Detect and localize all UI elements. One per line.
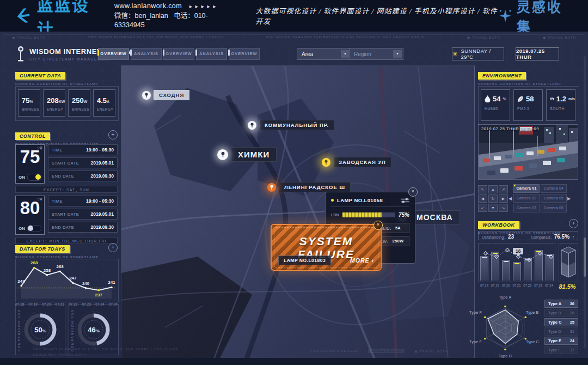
stat-label: BRINESS xyxy=(72,107,90,111)
end-date-row[interactable]: END DATE2019.09.30 xyxy=(48,171,118,181)
line-chart-value: 241 xyxy=(108,280,115,285)
type-row-b[interactable]: Type B28 xyxy=(544,309,578,317)
row-label: TIME xyxy=(52,199,63,204)
start-date-row[interactable]: START DATE2019.05.01 xyxy=(48,157,118,168)
decor-bottom-mid: TWO ROADS DIVERGEDSTREET LIGHT▣ TRAVEL B… xyxy=(310,349,448,353)
pan-down-button[interactable]: ▼ xyxy=(488,204,498,212)
pan-right-button[interactable]: ▶ xyxy=(499,194,508,203)
camera-list: Camera 01 Camera 04 Camera 02 Camera 05 … xyxy=(513,184,567,212)
brightness-level-box: 💡︎⚲ 80 ON xyxy=(15,196,45,235)
sliders-icon[interactable] xyxy=(401,198,409,203)
camera-item-05[interactable]: Camera 05 xyxy=(541,194,567,203)
tab-analysis-1[interactable]: ANALYSIS xyxy=(131,48,162,60)
vertical-scrollbar[interactable] xyxy=(584,56,586,349)
panel-badge: CURRENT DATA xyxy=(15,72,65,80)
camera-item-06[interactable]: Camera 06 xyxy=(541,204,567,212)
website-link[interactable]: www.lanlanwork.com xyxy=(114,2,182,10)
close-icon[interactable]: × xyxy=(408,187,418,197)
type-row-a[interactable]: Type A36 xyxy=(544,300,578,308)
line-chart: 243268258263247240237241 xyxy=(15,259,119,302)
radar-axis-label: Type F xyxy=(469,311,482,314)
radar-axis-label: Type C xyxy=(526,340,539,344)
power-toggle[interactable] xyxy=(27,225,41,232)
map-pin-zavodskaya[interactable]: ЗАВОДСКАЯ УЛ xyxy=(322,157,391,167)
row-label: END DATE xyxy=(52,174,74,179)
brightness-progress-bar[interactable] xyxy=(342,212,395,217)
schedule-block-2: 💡︎⚲ 80 ON TIME19:00 - 05:30 START DATE20… xyxy=(15,196,118,235)
type-row-d[interactable]: Type D31 xyxy=(544,327,578,336)
inspiration-collect[interactable]: 灵感收集 xyxy=(498,0,574,35)
brightness-level-box: 💡︎⚲ 75 ON xyxy=(15,144,45,184)
up-arrow-icon: ↑ xyxy=(572,234,575,240)
lamp-pin-icon xyxy=(248,121,256,130)
camera-list-next-icon[interactable]: ▶ xyxy=(567,196,571,201)
map-pin-leningradskoe[interactable]: ЛЕНИНГРАДСКОЕ Ш xyxy=(267,182,351,192)
radar-axis-label: Type D xyxy=(499,354,512,358)
workbook-panel: WORKBOOK › RUNNING CONDITION OF STREETLA… xyxy=(478,219,578,294)
camera-item-03[interactable]: Camera 03 xyxy=(513,204,540,212)
tab-overview-3[interactable]: OVERVIEW xyxy=(229,48,260,60)
street-light-tag: STREET LIGHT xyxy=(368,349,405,353)
env-label: HUMID xyxy=(485,107,510,111)
close-icon[interactable]: × xyxy=(373,221,383,230)
city-map[interactable]: СХОДНЯ КОММУНАЛЬНЫЙ ПР. ХИМКИ ЗАВОДСКАЯ … xyxy=(121,65,475,358)
pan-up-right-button[interactable]: ↗ xyxy=(499,185,508,193)
map-pin-kommunalny[interactable]: КОММУНАЛЬНЫЙ ПР. xyxy=(248,120,334,130)
gauge-unit: % xyxy=(96,328,100,333)
map-pin-khimki[interactable]: ХИМКИ xyxy=(217,147,277,162)
week-chart-panel: DATA FOR 7DAYS + RUNNING CONDITION OF ST… xyxy=(15,243,118,308)
lamp-pin-icon xyxy=(322,158,330,167)
camera-item-02[interactable]: Camera 02 xyxy=(513,194,540,203)
area-dropdown[interactable]: Area ▼ xyxy=(297,48,351,60)
collect-text: 灵感收集 xyxy=(517,0,574,35)
tab-analysis-2[interactable]: ANALYSIS xyxy=(196,48,227,60)
pan-down-right-button[interactable]: ↘ xyxy=(499,204,508,212)
map-pin-skhodnya[interactable]: СХОДНЯ xyxy=(142,90,189,100)
lamp-pin-icon xyxy=(217,149,228,160)
dashboard-screen: 蓝蓝设计 www.lanlanwork.com ►►►►► 微信：ben_lan… xyxy=(0,0,588,365)
region-dropdown[interactable]: Region ▼ xyxy=(349,48,403,60)
pan-up-left-button[interactable]: ↖ xyxy=(478,185,487,193)
camera-list-prev-icon[interactable]: ◀ xyxy=(508,196,512,201)
stat-watt: 250W BRINESS xyxy=(68,89,90,117)
add-schedule-button[interactable]: + xyxy=(108,130,118,139)
chevron-down-icon[interactable]: ▼ xyxy=(341,50,350,58)
gauge-unit: % xyxy=(42,328,46,333)
tab-overview-2[interactable]: OVERVIEW xyxy=(163,48,194,60)
env-unit: m/s xyxy=(568,97,575,101)
row-label: END DATE xyxy=(52,225,74,230)
type-row-e[interactable]: Type E24 xyxy=(544,337,578,345)
camera-item-01[interactable]: Camera 01 xyxy=(513,184,540,193)
chevron-down-icon[interactable]: ▼ xyxy=(393,50,402,58)
weather-text: SUNNDAY / 29°C xyxy=(461,48,504,60)
type-row-f[interactable]: Type F37 xyxy=(544,346,578,354)
outstanding-label: Outstanding： xyxy=(482,235,508,240)
camera-feed[interactable]: 2019.07.25 THUR 18:26:09 xyxy=(478,124,578,180)
scrollbar-handle[interactable] xyxy=(584,238,586,277)
power-toggle[interactable] xyxy=(27,174,41,181)
stat-unit: % xyxy=(29,100,33,104)
row-value: 2019.05.01 xyxy=(90,160,114,166)
time-row[interactable]: TIME19:00 - 05:30 xyxy=(48,196,118,206)
gauge-value: 46 xyxy=(88,326,95,334)
workbook-expand-button[interactable]: › xyxy=(569,219,578,228)
panel-badge: ENVIRONMENT xyxy=(478,72,526,80)
pan-down-left-button[interactable]: ↙ xyxy=(478,204,487,212)
date-display: 2019.07.25 THUR xyxy=(516,47,559,60)
expand-chart-button[interactable]: + xyxy=(108,243,118,252)
line-chart-value: 243 xyxy=(17,279,24,284)
reset-view-button[interactable]: ↻ xyxy=(488,194,498,203)
time-row[interactable]: TIME19:00 - 05:30 xyxy=(48,144,118,155)
type-row-c[interactable]: Type C25 xyxy=(544,318,578,326)
pan-up-button[interactable]: ▲ xyxy=(488,185,498,193)
humidity-box: 54% HUMID xyxy=(481,89,510,121)
tab-overview-1[interactable]: OVERVIEW xyxy=(98,48,129,60)
camera-item-04[interactable]: Camera 04 xyxy=(541,184,567,193)
pan-left-button[interactable]: ◀ xyxy=(478,194,487,203)
start-date-row[interactable]: START DATE2019.05.01 xyxy=(48,209,118,220)
decor-quote: AND HAVING PERHAPS THE BETTER CLAIM, BEC… xyxy=(266,35,425,39)
more-button[interactable]: MORE › xyxy=(350,257,374,264)
end-date-row[interactable]: END DATE2019.09.30 xyxy=(48,222,118,233)
x-tick: 07.24 xyxy=(545,284,553,287)
lbn-label: LBN xyxy=(331,212,339,217)
